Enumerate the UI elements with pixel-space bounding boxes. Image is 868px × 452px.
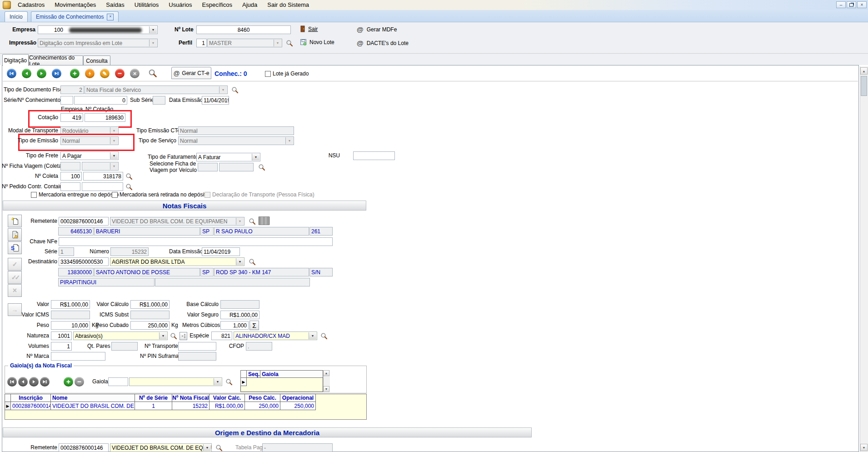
dropdown-arrow-icon[interactable]: ▼ <box>110 152 118 159</box>
menu-cadastros[interactable]: Cadastros <box>13 0 50 10</box>
gerar-mdfe-button[interactable]: @ Gerar MDFe <box>357 25 397 33</box>
mercadoria-entregue-checkbox[interactable] <box>31 192 37 198</box>
gaiola-add-button[interactable] <box>64 377 73 387</box>
dropdown-arrow-icon[interactable]: ▼ <box>159 332 167 339</box>
menu-ajuda[interactable]: Ajuda <box>237 0 262 10</box>
gaiola-grid-scrollbar[interactable]: ▲ ▼ <box>323 370 330 392</box>
toolbar-search-icon[interactable] <box>148 69 157 78</box>
scrollbar-thumb[interactable] <box>861 76 867 96</box>
data-emissao-field[interactable]: 11/04/2019 <box>202 96 229 105</box>
soma-button[interactable]: Σ <box>249 321 259 330</box>
tab-emissao-de-conhecimentos[interactable]: Emissão de Conhecimentos × <box>31 11 119 22</box>
especie-search-icon[interactable] <box>320 332 328 340</box>
destinatario-combobox[interactable]: AGRISTAR DO BRASIL LTDA▼ <box>110 257 244 266</box>
tab-conhecimentos-do-lote[interactable]: Conhecimentos do Lote <box>29 55 83 66</box>
coleta-numero-field[interactable]: 318178 <box>83 172 123 181</box>
destinatario-cnpj-field[interactable]: 33345950000530 <box>59 257 109 266</box>
especie-combobox[interactable]: ALINHADOR/CX MAD▼ <box>234 331 317 340</box>
gerar-cte-button[interactable]: @ Gerar CT-e <box>171 67 211 79</box>
menu-especificos[interactable]: Específicos <box>197 0 237 10</box>
valor-calculo-field[interactable]: R$1.000,00 <box>130 300 170 309</box>
natureza-code-field[interactable]: 1001 <box>51 331 72 340</box>
valor-seguro-field[interactable]: R$1.000,00 <box>220 311 259 319</box>
cotacao-empresa-field[interactable]: 419 <box>60 113 83 122</box>
marca-field[interactable] <box>51 352 105 361</box>
barcode-icon[interactable] <box>259 216 269 225</box>
dropdown-arrow-icon[interactable]: ▼ <box>214 378 221 385</box>
close-button[interactable]: × <box>857 1 867 8</box>
volumes-field[interactable]: 1 <box>51 342 72 351</box>
add-record-button[interactable] <box>70 69 80 78</box>
gaiola-search-icon[interactable] <box>225 378 233 386</box>
serie-conhecimento-serie-field[interactable] <box>60 96 73 105</box>
nav-next-button[interactable] <box>37 69 46 78</box>
natureza-combobox[interactable]: Abrasivo(s)▼ <box>73 331 168 340</box>
menu-movimentacoes[interactable]: Movimentações <box>50 0 101 10</box>
origem-remetente-combobox[interactable]: VIDEOJET DO BRASIL COM. DE EQUIPAMEN▼ <box>110 443 212 452</box>
scroll-down-icon[interactable]: ▼ <box>323 386 329 392</box>
remetente-cnpj-field[interactable]: 00028876000146 <box>59 217 109 226</box>
tab-digitacao[interactable]: Digitação <box>2 54 29 66</box>
empresa-combobox[interactable]: 100 ▼ <box>38 25 158 34</box>
coleta-search-icon[interactable] <box>125 173 133 180</box>
lote-field[interactable]: 8460 <box>196 25 291 34</box>
nav-last-button[interactable] <box>52 69 61 78</box>
tab-consulta[interactable]: Consulta <box>83 55 110 66</box>
tab-close-icon[interactable]: × <box>107 14 114 20</box>
lote-ja-gerado-checkbox[interactable] <box>265 71 271 77</box>
mercadoria-retirada-checkbox[interactable] <box>112 192 118 198</box>
pedido-container-field[interactable] <box>82 182 123 191</box>
dropdown-arrow-icon[interactable]: ▼ <box>252 154 259 161</box>
nf-edit-button[interactable] <box>8 228 22 241</box>
dropdown-arrow-icon[interactable]: ▼ <box>236 258 244 265</box>
gaiola-nav-previous-button[interactable] <box>18 377 28 387</box>
peso-field[interactable]: 10,000 <box>51 321 90 330</box>
restore-button[interactable] <box>847 1 856 8</box>
sair-button[interactable]: Sair <box>300 25 318 32</box>
nf-new-button[interactable] <box>8 215 22 227</box>
cancel-button[interactable]: × <box>130 69 140 78</box>
coleta-empresa-field[interactable]: 100 <box>60 172 82 181</box>
scroll-down-icon[interactable]: ▼ <box>860 444 868 451</box>
menu-usuarios[interactable]: Usuários <box>164 0 197 10</box>
gaiola-nav-first-button[interactable] <box>7 377 17 387</box>
delete-record-button[interactable] <box>115 69 125 78</box>
gaiola-nav-last-button[interactable] <box>40 377 50 387</box>
origem-remetente-search-icon[interactable] <box>215 444 223 452</box>
gaiola-remove-button[interactable] <box>75 377 84 387</box>
novo-lote-button[interactable]: Novo Lote <box>300 39 334 45</box>
valor-field[interactable]: R$1.000,00 <box>51 300 90 309</box>
transporte-field[interactable] <box>178 342 216 351</box>
peso-cubado-field[interactable]: 250,000 <box>130 321 170 330</box>
tab-inicio[interactable]: Início <box>5 11 28 22</box>
nav-first-button[interactable] <box>7 69 16 78</box>
perfil-code-field[interactable]: 1 <box>196 39 207 47</box>
gaiola-combobox[interactable]: ▼ <box>129 377 222 386</box>
chave-nfe-field[interactable] <box>59 237 333 246</box>
origem-remetente-cnpj-field[interactable]: 00028876000146 <box>59 443 109 452</box>
scroll-up-icon[interactable]: ▲ <box>323 370 329 376</box>
tipo-frete-combobox[interactable]: A Pagar▼ <box>60 151 119 160</box>
scroll-up-icon[interactable]: ▲ <box>860 67 868 75</box>
destinatario-search-icon[interactable] <box>249 258 256 266</box>
cotacao-numero-field[interactable]: 189630 <box>85 113 125 122</box>
natureza-search-icon[interactable] <box>170 332 177 340</box>
metros-cubicos-field[interactable]: 1,000 <box>220 321 249 330</box>
serie-conhecimento-numero-field[interactable]: 0 <box>74 96 127 105</box>
menu-sair-do-sistema[interactable]: Sair do Sistema <box>262 0 314 10</box>
dropdown-arrow-icon[interactable]: ▼ <box>309 332 316 339</box>
tipo-faturamento-combobox[interactable]: A Faturar▼ <box>196 153 260 161</box>
minimize-button[interactable]: – <box>836 1 846 8</box>
tipo-doc-search-icon[interactable] <box>231 86 239 94</box>
edit-record-button[interactable]: ✎ <box>100 69 110 78</box>
pedido-container-code-field[interactable] <box>60 182 80 191</box>
menu-utilitarios[interactable]: Utilitários <box>130 0 164 10</box>
quick-action-button[interactable] <box>85 69 95 78</box>
dropdown-arrow-icon[interactable]: ▼ <box>203 444 211 451</box>
nf-import-button[interactable]: S <box>8 241 22 254</box>
ficha-veiculo-search-icon[interactable] <box>258 164 265 171</box>
especie-code-field[interactable]: 821 <box>211 331 232 340</box>
dropdown-arrow-icon[interactable]: ▼ <box>149 26 157 33</box>
perfil-search-icon[interactable] <box>286 40 293 47</box>
gaiola-code-field[interactable] <box>108 377 128 386</box>
